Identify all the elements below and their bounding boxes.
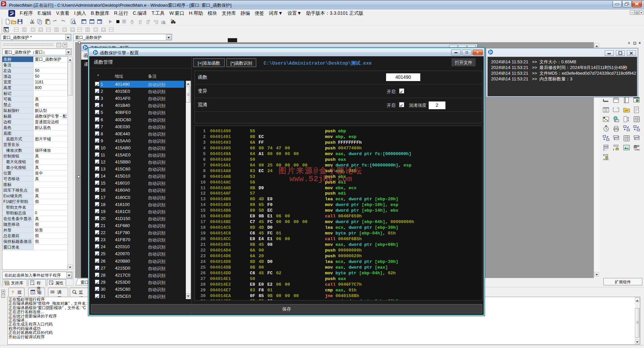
svg-text:?: ? <box>11 290 14 295</box>
svg-text:t: t <box>613 148 614 151</box>
svg-text:t→: t→ <box>603 148 607 151</box>
svg-text:{}: {} <box>139 19 142 24</box>
svg-text:DIR: DIR <box>625 110 628 112</box>
svg-text:ODBC: ODBC <box>603 158 609 160</box>
svg-text:ODBC: ODBC <box>634 149 640 151</box>
svg-text:*{}: *{} <box>154 19 158 24</box>
